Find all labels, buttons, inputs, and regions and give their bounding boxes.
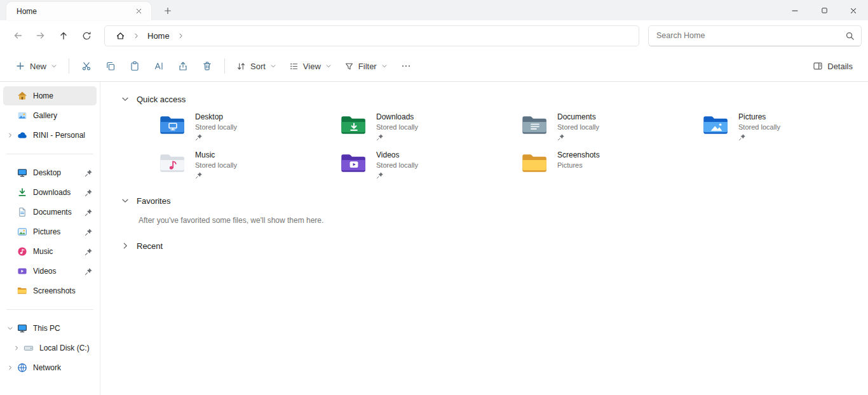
expand-chevron[interactable] [3,132,17,138]
details-button[interactable]: Details [806,55,859,77]
tile-subtitle: Stored locally [376,161,418,169]
chevron-down-icon [121,196,130,205]
pin-icon [85,169,93,177]
command-bar: New Sort View Filter Details [0,51,868,82]
pin-icon [85,228,93,236]
desktop-folder-icon [159,114,187,137]
pin-icon [195,171,203,179]
tile-text: Videos Stored locally [376,151,418,184]
expand-chevron[interactable] [10,345,24,351]
sidebar-item-desktop[interactable]: Desktop [3,163,97,182]
search-input[interactable] [656,31,845,40]
expand-chevron[interactable] [3,365,17,371]
sidebar-item-label: RINI - Personal [33,131,93,140]
toolbar-separator [69,58,69,74]
tile-desktop[interactable]: Desktop Stored locally [159,112,340,145]
up-arrow-icon [58,30,69,41]
new-button[interactable]: New [9,55,64,77]
onedrive-cloud-icon [17,130,27,140]
tile-name: Videos [376,151,418,159]
documents-folder-icon [521,114,549,137]
close-window-button[interactable] [839,1,868,20]
sidebar-item-downloads[interactable]: Downloads [3,183,97,202]
sidebar-item-label: Downloads [33,188,85,197]
delete-button[interactable] [195,55,219,77]
filter-icon [344,62,354,71]
search-box[interactable] [648,25,862,46]
new-tab-button[interactable] [159,2,177,20]
search-icon[interactable] [845,31,855,41]
tile-documents[interactable]: Documents Stored locally [521,112,702,145]
sidebar-item-network[interactable]: Network [3,358,97,377]
recent-section-header[interactable]: Recent [121,238,868,254]
sidebar-item-label: Pictures [33,227,85,236]
section-title: Recent [137,241,163,251]
network-icon [17,363,27,373]
desktop-icon [17,168,27,178]
cut-button[interactable] [74,55,98,77]
tab-title: Home [17,7,131,16]
tile-videos[interactable]: Videos Stored locally [340,151,521,184]
explorer-tab[interactable]: Home [6,2,151,20]
view-button-label: View [303,62,321,71]
sidebar-item-pictures[interactable]: Pictures [3,222,97,241]
share-button[interactable] [171,55,195,77]
address-bar[interactable]: Home [104,25,639,46]
hard-disk-icon [24,343,34,353]
sidebar-item-label: Desktop [33,168,85,177]
breadcrumb-item[interactable]: Home [143,29,174,43]
copy-button[interactable] [98,55,123,77]
sort-icon [236,62,246,71]
tile-pictures[interactable]: Pictures Stored locally [702,112,868,145]
tile-text: Screenshots Pictures [557,151,600,184]
minimize-button[interactable] [780,1,810,20]
collapse-chevron[interactable] [3,325,17,331]
cut-icon [81,61,92,71]
chevron-right-icon [133,32,140,39]
sidebar-item-local-disk-c[interactable]: Local Disk (C:) [3,338,97,358]
back-button[interactable] [6,25,29,46]
sidebar-item-videos[interactable]: Videos [3,262,97,281]
sort-button[interactable]: Sort [230,55,283,77]
breadcrumb-home-button[interactable] [111,29,130,43]
close-icon [849,6,858,15]
maximize-icon [820,6,829,15]
sidebar-item-music[interactable]: Music [3,242,97,261]
rename-button[interactable] [147,55,171,77]
sidebar-item-home[interactable]: Home [3,86,97,105]
documents-icon [17,207,27,217]
tile-subtitle: Stored locally [195,161,237,169]
sidebar-item-documents[interactable]: Documents [3,203,97,222]
forward-button[interactable] [29,25,52,46]
sidebar-item-screenshots[interactable]: Screenshots [3,281,97,300]
chevron-down-icon [270,63,276,69]
pin-icon [85,208,93,217]
more-options-button[interactable] [394,55,418,77]
maximize-button[interactable] [810,1,839,20]
sidebar-item-label: Home [33,91,93,100]
sidebar-item-gallery[interactable]: Gallery [3,106,97,125]
home-icon [116,31,125,41]
chevron-down-icon [121,95,130,104]
refresh-button[interactable] [75,25,98,46]
favorites-section-header[interactable]: Favorites [121,192,868,209]
tile-subtitle: Stored locally [738,123,780,131]
music-folder-icon [159,152,187,175]
section-title: Favorites [137,196,170,206]
tile-screenshots[interactable]: Screenshots Pictures [521,151,702,184]
paste-button[interactable] [123,55,147,77]
filter-button[interactable]: Filter [338,55,394,77]
up-button[interactable] [52,25,75,46]
view-button[interactable]: View [283,55,338,77]
tile-downloads[interactable]: Downloads Stored locally [340,112,521,145]
tab-close-button[interactable] [131,4,146,19]
tile-name: Documents [557,112,599,121]
sidebar-item-this-pc[interactable]: This PC [3,319,97,338]
tile-subtitle: Stored locally [195,123,237,131]
sidebar-item-onedrive-personal[interactable]: RINI - Personal [3,126,97,145]
tile-music[interactable]: Music Stored locally [159,151,340,184]
sidebar-item-label: Network [33,363,93,372]
quick-access-section-header[interactable]: Quick access [121,91,868,107]
chevron-down-icon [7,325,13,331]
downloads-icon [17,187,27,198]
